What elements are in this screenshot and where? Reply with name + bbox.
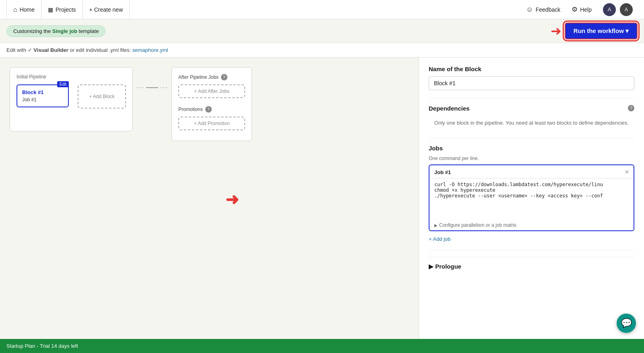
run-workflow-label: Run the workflow ▾ — [574, 27, 629, 35]
promotions-help[interactable]: ? — [205, 106, 212, 113]
prologue-label: ▶ Prologue — [429, 263, 461, 270]
dependencies-label: Dependencies — [429, 105, 470, 112]
promotions-section: Promotions ? + Add Promotion — [178, 106, 245, 130]
chat-bubble[interactable]: 💬 — [617, 314, 636, 333]
add-promotion-label: + Add Promotion — [194, 121, 230, 126]
job-name: Job #1 — [22, 97, 63, 103]
after-pipeline-label: After Pipeline Jobs — [178, 74, 219, 80]
after-pipeline-title: After Pipeline Jobs ? — [178, 74, 245, 80]
dependencies-section: Dependencies ? Only one block in the pip… — [429, 105, 634, 130]
avatar: A — [603, 3, 616, 16]
canvas-area: Initial Pipeline Edit Block #1 Job #1 + … — [0, 57, 419, 353]
edit-prefix: Edit with ✓ — [6, 47, 33, 53]
right-panel: Name of the Block Dependencies ? Only on… — [419, 57, 644, 353]
dependencies-text: Only one block in the pipeline. You need… — [429, 116, 634, 130]
promotions-label: Promotions — [178, 107, 203, 112]
nav-help-label: Help — [580, 6, 592, 13]
second-bar: Customizing the Single job template ➜ Ru… — [0, 19, 644, 43]
nav-projects-label: Projects — [56, 6, 76, 13]
add-promotion-button[interactable]: + Add Promotion — [178, 117, 245, 130]
job-card-1: Job #1 × curl -O https://downloads.lambd… — [429, 164, 634, 231]
canvas-arrow-icon: ➜ — [225, 190, 239, 209]
visual-builder-label: Visual Builder — [33, 47, 68, 53]
block-name-input[interactable] — [429, 76, 634, 90]
third-bar: Edit with ✓ Visual Builder or edit indiv… — [0, 43, 644, 57]
dependencies-help[interactable]: ? — [628, 105, 634, 111]
run-workflow-button[interactable]: Run the workflow ▾ — [565, 23, 638, 39]
avatar-secondary: A — [620, 3, 633, 16]
nav-avatar-area[interactable]: A A — [598, 0, 638, 19]
divider-3 — [429, 250, 634, 250]
add-after-jobs-button[interactable]: + Add After Jobs — [178, 84, 245, 98]
breadcrumb-prefix: Customizing the — [13, 28, 52, 34]
add-job-link[interactable]: + Add job — [429, 236, 451, 242]
nav-create-new-label: + Create new — [89, 6, 123, 13]
edit-badge: Edit — [57, 81, 69, 87]
divider-1 — [429, 98, 634, 99]
breadcrumb-suffix: template — [77, 28, 99, 34]
pipeline-connector: ··· ··· — [133, 83, 171, 92]
home-icon: ⌂ — [13, 6, 17, 13]
bottom-bar-label: Startup Plan - Trial 14 days left — [6, 343, 78, 349]
block-name: Block #1 — [22, 89, 63, 95]
nav-home[interactable]: ⌂ Home — [6, 0, 41, 19]
pipeline-row: Initial Pipeline Edit Block #1 Job #1 + … — [10, 67, 409, 141]
nav-create-new[interactable]: + Create new — [83, 0, 130, 19]
canvas-arrow-annotation: ➜ — [225, 190, 239, 209]
jobs-section: Jobs One command per line. Job #1 × curl… — [429, 145, 634, 242]
projects-icon: ▦ — [48, 6, 53, 13]
breadcrumb: Customizing the Single job template — [6, 25, 105, 37]
after-pipeline-section: After Pipeline Jobs ? + Add After Jobs — [178, 74, 245, 98]
configure-label: Configure parallelism or a job matrix — [439, 222, 516, 228]
run-workflow-arrow: ➜ — [551, 23, 561, 39]
job-card-name: Job #1 — [434, 169, 451, 175]
job-commands-textarea[interactable]: curl -O https://downloads.lambdatest.com… — [429, 179, 634, 219]
chat-bubble-icon: 💬 — [621, 318, 632, 328]
main-content: Initial Pipeline Edit Block #1 Job #1 + … — [0, 57, 644, 353]
nav-home-label: Home — [20, 6, 35, 13]
jobs-label: Jobs — [429, 145, 634, 152]
edit-middle: or edit individual .yml files: — [68, 47, 132, 53]
add-after-jobs-label: + Add After Jobs — [194, 88, 229, 94]
nav-help[interactable]: ⚙ Help — [567, 0, 597, 19]
after-pipeline-help[interactable]: ? — [221, 74, 227, 80]
block-card[interactable]: Edit Block #1 Job #1 — [17, 84, 69, 107]
jobs-sub-label: One command per line. — [429, 156, 634, 161]
promotions-title: Promotions ? — [178, 106, 245, 113]
semaphore-yml-link[interactable]: semaphore.yml — [132, 47, 168, 53]
initial-pipeline-label: Initial Pipeline — [17, 74, 126, 80]
connector-dots: ··· — [136, 83, 144, 92]
breadcrumb-highlight: Single job — [52, 28, 77, 34]
connector-dots-right: ··· — [160, 83, 168, 92]
right-pipeline-box: After Pipeline Jobs ? + Add After Jobs P… — [171, 67, 252, 141]
add-block-label: + Add Block — [89, 94, 115, 99]
help-icon: ⚙ — [572, 5, 578, 14]
nav-projects[interactable]: ▦ Projects — [41, 0, 83, 19]
prologue-section: ▶ Prologue — [429, 257, 634, 270]
nav-feedback[interactable]: ☺ Feedback — [521, 0, 565, 19]
job-card-header: Job #1 × — [429, 165, 634, 179]
bottom-bar: Startup Plan - Trial 14 days left — [0, 339, 644, 353]
run-right-area: ➜ Run the workflow ▾ — [551, 23, 638, 39]
connector-line — [146, 87, 158, 88]
job-close-button[interactable]: × — [625, 168, 629, 176]
block-name-section: Name of the Block — [429, 66, 634, 90]
add-block-button[interactable]: + Add Block — [78, 84, 126, 109]
nav-right: ☺ Feedback ⚙ Help A A — [521, 0, 638, 19]
divider-2 — [429, 138, 634, 138]
top-nav: ⌂ Home ▦ Projects + Create new ☺ Feedbac… — [0, 0, 644, 19]
nav-feedback-label: Feedback — [536, 6, 560, 13]
initial-pipeline-box: Initial Pipeline Edit Block #1 Job #1 + … — [10, 67, 133, 131]
configure-parallelism-link[interactable]: Configure parallelism or a job matrix — [429, 220, 634, 230]
block-name-label: Name of the Block — [429, 66, 634, 72]
feedback-icon: ☺ — [526, 6, 533, 14]
prologue-title[interactable]: ▶ Prologue — [429, 263, 634, 270]
